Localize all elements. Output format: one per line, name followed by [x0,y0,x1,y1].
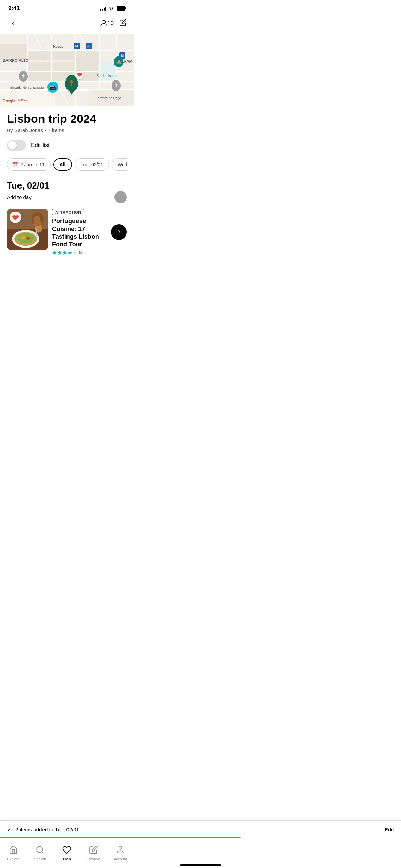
map-heart-badge: ❤️ [75,71,84,79]
day-section-tue: Tue, 02/01 Add to day [7,180,127,255]
star-1 [52,250,57,255]
filter-tue-label: Tue, 02/01 [81,162,103,167]
status-icons [100,6,125,11]
map-background [0,34,134,106]
back-chevron-icon: ‹ [12,19,14,28]
nav-header: ‹ 0 [0,14,134,34]
edit-pencil-icon [119,19,127,26]
map-label-se: Sé de Lisboa [97,74,117,78]
svg-rect-19 [28,62,51,71]
map-label-terreiro: Terreiro do Paço [96,96,121,100]
star-2 [57,250,62,255]
nav-actions: 0 [100,19,127,28]
star-5 [73,250,77,255]
svg-point-35 [26,237,30,240]
day-circle-button[interactable] [114,191,127,203]
date-filter: 📅 2 Jan → 11 All Tue, 02/01 Wed, 03/01 [7,158,127,172]
back-button[interactable]: ‹ [7,17,19,29]
trip-item-count: 7 items [48,127,64,133]
map-container[interactable]: Rossio BAIRRO ALTO Elevador de Santa Jus… [0,34,134,106]
edit-toggle[interactable] [7,140,26,151]
card-image-wrap: ❤️ [7,209,48,250]
castle-pin: 🏰 [114,56,123,67]
star-rating [52,250,77,255]
day-title: Tue, 02/01 [7,180,127,191]
svg-rect-18 [52,51,75,60]
filter-chip-range[interactable]: 📅 2 Jan → 11 [7,158,51,171]
add-person-icon [100,20,109,27]
trip-title: Lisbon trip 2024 [7,112,127,125]
filter-wed-label: Wed, 03/01 [118,162,127,167]
filter-chip-wed[interactable]: Wed, 03/01 [112,158,127,171]
filter-chip-all[interactable]: All [53,158,72,171]
add-to-day-link[interactable]: Add to day [7,194,32,200]
filter-chip-tue[interactable]: Tue, 02/01 [75,158,109,171]
svg-point-38 [32,212,44,226]
main-content: Lisbon trip 2024 By Sarah Jonas • 7 item… [0,106,134,255]
filter-all-label: All [60,162,66,167]
bus-badge-1: 🚌 [86,43,92,49]
card-info: ATTRACTION Portuguese Cuisine: 17 Tastin… [52,209,107,255]
battery-icon [117,6,125,11]
trip-meta: By Sarah Jonas • 7 items [7,127,127,133]
day-actions-row: Add to day [7,191,127,203]
svg-rect-27 [0,90,55,106]
camera-pin: 📷 [47,82,58,93]
edit-pencil-button[interactable] [119,19,127,28]
star-4 [68,250,72,255]
heart-icon: ❤️ [12,214,19,221]
edit-label: Edit list [31,142,50,149]
wifi-icon [108,6,114,11]
metro-badge-1: M [74,43,80,49]
edit-row: Edit list [7,140,127,151]
svg-rect-20 [52,62,75,71]
svg-point-0 [102,20,106,24]
card-title: Portuguese Cuisine: 17 Tastings Lisbon F… [52,217,107,248]
add-person-count: 0 [111,20,114,27]
church-pin: ✝ [19,71,28,82]
svg-rect-21 [76,51,99,71]
status-time: 9:41 [8,5,20,12]
svg-point-34 [21,236,26,239]
attraction-card: ❤️ ATTRACTION Portuguese Cuisine: 17 Tas… [7,209,127,255]
map-label-elevador-santa: Elevador de Santa Justa [10,86,44,89]
map-label-bairro-alto: BAIRRO ALTO [3,58,28,62]
church-pin-2: ✝ [112,80,121,91]
status-bar: 9:41 [0,0,134,14]
svg-rect-17 [28,51,51,60]
attraction-badge: ATTRACTION [52,209,84,215]
star-row: 595 [52,250,107,255]
review-count: 595 [79,250,86,255]
calendar-icon: 📅 [13,162,18,167]
card-more-button[interactable]: › [111,224,127,240]
filter-range-label: 2 Jan → 11 [20,162,45,167]
toggle-knob [8,141,17,150]
signal-icon [100,6,106,11]
elevador-bica-label: Elevador da Bica [0,99,28,102]
trip-author: By Sarah Jonas [7,127,43,133]
star-3 [62,250,67,255]
chevron-right-icon: › [118,228,120,236]
trip-separator: • [45,127,48,133]
svg-rect-26 [0,44,27,60]
map-label-rossio: Rossio [53,45,64,48]
add-person-button[interactable]: 0 [100,20,114,27]
svg-rect-22 [28,72,51,81]
